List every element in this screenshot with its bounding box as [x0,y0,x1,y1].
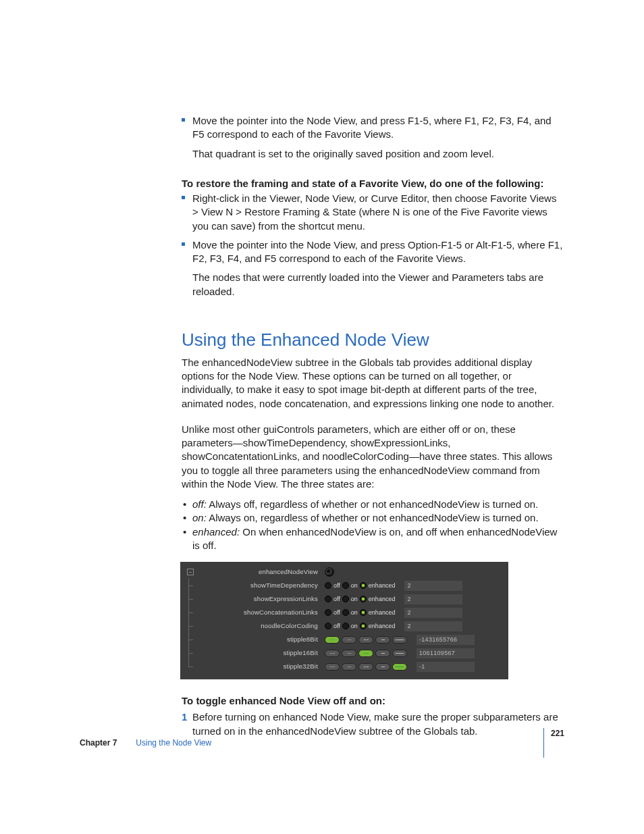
stipple-option[interactable] [392,650,407,657]
radio-label: enhanced [369,608,396,617]
radio-label: off [333,608,340,617]
param-row-showtimedependency: showTimeDependency off on enhanced 2 [186,579,503,592]
enhanced-nodeview-panel: enhancedNodeView showTimeDependency off … [180,562,508,679]
page-number: 221 [551,728,564,739]
stipple-option[interactable] [342,663,356,671]
section-heading: Using the Enhanced Node View [182,328,564,352]
body-text: The enhancedNodeView subtree in the Glob… [182,356,564,411]
value-field[interactable]: -1 [417,662,475,672]
radio-group: off on enhanced [325,608,395,617]
subheading: To toggle enhanced Node View off and on: [182,694,564,708]
bullet-item: Right-click in the Viewer, Node View, or… [182,192,564,233]
panel-group-label: enhancedNodeView [195,568,325,577]
radio-enhanced[interactable] [360,623,367,629]
stipple-option[interactable] [375,663,390,671]
stipple-option[interactable] [375,650,390,657]
radio-label: on [351,622,358,630]
radio-group: off on enhanced [325,581,395,590]
param-label: stipple8Bit [195,635,325,644]
stipple-option[interactable] [392,663,407,671]
state-text: Always off, regardless of whether or not… [207,498,538,510]
stipple-option[interactable] [375,636,390,644]
radio-enhanced[interactable] [360,582,367,589]
radio-off[interactable] [325,609,331,616]
stipple-option[interactable] [358,663,373,671]
radio-label: enhanced [369,595,396,603]
radio-enhanced[interactable] [360,596,367,602]
value-field[interactable]: 1061109567 [417,648,475,658]
radio-group: off on enhanced [325,595,395,603]
radio-label: enhanced [369,581,396,590]
state-item-off: • off: Always off, regardless of whether… [182,498,564,511]
state-item-on: • on: Always on, regardless of whether o… [182,511,564,525]
body-text: Unlike most other guiControls parameters… [182,423,564,491]
stipple-option[interactable] [325,650,340,657]
radio-group: off on enhanced [325,622,395,630]
bullet-dot: • [183,525,186,539]
radio-enhanced[interactable] [360,609,367,616]
value-field[interactable]: 2 [404,594,462,604]
footer-divider [543,728,544,758]
param-row-showexpressionlinks: showExpressionLinks off on enhanced 2 [186,593,503,605]
chapter-name: Using the Node View [136,737,211,748]
stipple-option[interactable] [358,636,373,644]
radio-label: off [333,581,340,590]
state-label: enhanced: [192,526,240,538]
value-field[interactable]: 2 [404,581,462,591]
param-label: showExpressionLinks [195,595,325,604]
param-row-showconcatenationlinks: showConcatenationLinks off on enhanced 2 [186,606,503,619]
body-text: Right-click in the Viewer, Node View, or… [192,192,556,232]
param-row-stipple32bit: stipple32Bit -1 [186,660,503,673]
radio-label: on [351,608,358,617]
stipple-option[interactable] [325,663,340,671]
stipple-group [325,636,407,644]
state-text: Always on, regardless of whether or not … [207,512,539,523]
body-text: Move the pointer into the Node View, and… [192,115,552,140]
stipple-option[interactable] [325,636,340,644]
param-label: showTimeDependency [195,581,325,590]
chapter-label: Chapter 7 [80,737,117,748]
value-field[interactable]: 2 [404,621,462,631]
param-label: stipple32Bit [195,662,325,671]
subheading: To restore the framing and state of a Fa… [182,177,564,190]
stipple-option[interactable] [392,636,407,644]
param-row-stipple16bit: stipple16Bit 1061109567 [186,647,503,659]
stipple-option[interactable] [358,650,373,657]
body-text: That quadrant is set to the originally s… [182,147,564,161]
bullet-item: Move the pointer into the Node View, and… [182,114,564,142]
param-row-stipple8bit: stipple8Bit -1431655766 [186,633,503,646]
document-page: Move the pointer into the Node View, and… [0,0,644,834]
param-label: noodleColorCoding [195,622,325,631]
stipple-group [325,650,407,657]
body-text: The nodes that were currently loaded int… [182,271,564,298]
stipple-option[interactable] [342,636,356,644]
step-number: 1 [182,710,192,724]
radio-label: on [351,595,358,603]
value-field[interactable]: 2 [404,608,462,618]
radio-off[interactable] [325,596,331,602]
bullet-item: Move the pointer into the Node View, and… [182,238,564,266]
state-text: On when enhancedNodeView is on, and off … [192,526,557,551]
stipple-option[interactable] [342,650,356,657]
bullet-dot: • [183,498,186,511]
radio-on[interactable] [342,582,349,589]
radio-off[interactable] [325,623,331,629]
state-label: off: [192,498,207,510]
param-row-noodlecolorcoding: noodleColorCoding off on enhanced 2 [186,620,503,632]
reset-icon[interactable] [325,567,334,577]
radio-label: enhanced [369,622,396,630]
page-footer: Chapter 7 Using the Node View 221 [80,728,564,758]
radio-on[interactable] [342,609,349,616]
radio-label: off [333,595,340,603]
bullet-dot: • [183,511,186,525]
radio-on[interactable] [342,623,349,629]
radio-label: on [351,581,358,590]
radio-on[interactable] [342,596,349,602]
param-label: showConcatenationLinks [195,608,325,617]
param-label: stipple16Bit [195,649,325,658]
panel-header-row: enhancedNodeView [186,566,503,578]
body-text: Move the pointer into the Node View, and… [192,239,562,264]
value-field[interactable]: -1431655766 [417,635,475,645]
tree-collapse-icon[interactable] [186,569,195,575]
radio-off[interactable] [325,582,331,589]
